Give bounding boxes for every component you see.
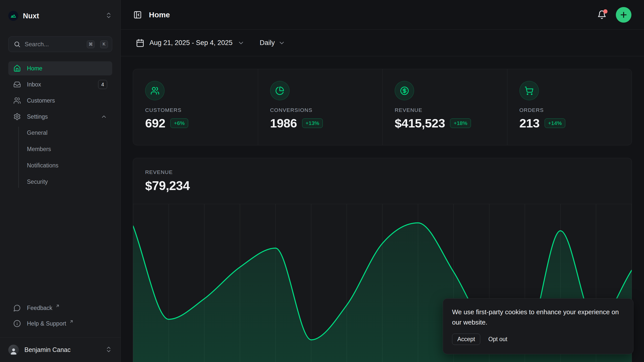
info-circle-icon <box>13 320 21 327</box>
stat-value: 213 <box>519 116 540 130</box>
revenue-label: REVENUE <box>145 169 620 175</box>
external-link-arrow-icon <box>55 304 60 308</box>
topbar: Home <box>121 0 644 30</box>
stat-label: CONVERSIONS <box>270 107 371 113</box>
filter-bar: Aug 21, 2025 - Sep 4, 2025 Daily <box>121 30 644 56</box>
shopping-cart-icon <box>519 81 539 100</box>
stat-label: CUSTOMERS <box>145 107 246 113</box>
user-name: Benjamin Canac <box>24 346 100 353</box>
search-input[interactable] <box>25 41 83 48</box>
granularity-value: Daily <box>260 39 275 47</box>
sidebar-secondary-nav: Feedback Help & Support <box>8 301 112 332</box>
search-bar[interactable]: ⌘ K <box>8 36 112 52</box>
accept-cookies-button[interactable]: Accept <box>452 334 480 345</box>
avatar <box>8 345 19 355</box>
cookie-message: We use first-party cookies to enhance yo… <box>452 307 624 328</box>
inbox-icon <box>13 81 21 88</box>
nuxt-logo-icon <box>8 11 18 21</box>
calendar-icon <box>136 39 144 47</box>
cookie-banner: We use first-party cookies to enhance yo… <box>443 298 633 354</box>
users-icon <box>13 97 21 104</box>
sidebar-item-customers[interactable]: Customers <box>8 94 112 108</box>
collapse-sidebar-icon[interactable] <box>133 11 142 19</box>
kbd-k: K <box>100 40 108 48</box>
notification-dot <box>603 9 608 14</box>
stat-conversions: CONVERSIONS 1986 +13% <box>258 69 383 145</box>
external-link-arrow-icon <box>69 319 74 324</box>
sidebar: Nuxt ⌘ K <box>0 0 121 362</box>
sidebar-item-help-support[interactable]: Help & Support <box>8 316 112 331</box>
stat-revenue: REVENUE $415,523 +18% <box>382 69 507 145</box>
sidebar-nav: Home Inbox 4 <box>8 61 112 191</box>
date-range-value: Aug 21, 2025 - Sep 4, 2025 <box>149 39 232 47</box>
date-range-picker[interactable]: Aug 21, 2025 - Sep 4, 2025 <box>136 39 245 47</box>
kbd-cmd: ⌘ <box>87 40 95 48</box>
inbox-count-badge: 4 <box>98 80 107 89</box>
revenue-header: REVENUE $79,234 <box>133 158 632 193</box>
revenue-total: $79,234 <box>145 178 620 193</box>
stat-label: ORDERS <box>519 107 620 113</box>
user-menu[interactable]: Benjamin Canac <box>0 337 120 362</box>
stat-delta-badge: +14% <box>545 118 565 128</box>
gear-icon <box>13 113 21 120</box>
chevron-down-icon <box>237 39 245 47</box>
message-circle-icon <box>13 304 21 312</box>
search-icon <box>14 41 21 48</box>
sidebar-item-members[interactable]: Members <box>8 142 112 156</box>
stat-delta-badge: +6% <box>170 118 188 128</box>
stat-label: REVENUE <box>395 107 495 113</box>
app-root: Nuxt ⌘ K <box>0 0 644 362</box>
stat-value: 1986 <box>270 116 297 130</box>
optout-cookies-button[interactable]: Opt out <box>488 334 508 345</box>
stat-value: $415,523 <box>395 116 445 130</box>
notifications-bell-icon[interactable] <box>597 10 607 19</box>
stat-value: 692 <box>145 116 165 130</box>
sidebar-item-home[interactable]: Home <box>8 61 112 75</box>
sidebar-item-label: Home <box>27 65 107 72</box>
page-title: Home <box>149 11 597 19</box>
chevron-down-icon <box>278 39 285 47</box>
users-icon <box>145 81 165 100</box>
sidebar-item-label: Settings <box>27 113 95 120</box>
chevron-up-icon <box>101 113 107 120</box>
stat-delta-badge: +13% <box>302 118 323 128</box>
stat-delta-badge: +18% <box>450 118 471 128</box>
dollar-circle-icon <box>395 81 414 100</box>
sidebar-item-notifications[interactable]: Notifications <box>8 158 112 172</box>
workspace-switcher[interactable]: Nuxt <box>8 10 112 22</box>
sidebar-item-label: Help & Support <box>27 320 66 327</box>
chevrons-up-down-icon <box>105 346 112 354</box>
settings-subnav: General Members Notifications Security <box>8 126 112 189</box>
sidebar-item-label: Customers <box>27 97 107 104</box>
sidebar-item-general[interactable]: General <box>8 126 112 140</box>
workspace-name: Nuxt <box>23 12 101 20</box>
stats-card: CUSTOMERS 692 +6% CONVERSIONS 1986 <box>133 69 632 145</box>
granularity-select[interactable]: Daily <box>260 39 285 47</box>
sidebar-item-security[interactable]: Security <box>8 175 112 189</box>
pie-chart-icon <box>270 81 290 100</box>
stat-customers: CUSTOMERS 692 +6% <box>133 69 258 145</box>
home-icon <box>13 65 21 72</box>
sidebar-item-settings[interactable]: Settings <box>8 110 112 124</box>
sidebar-item-label: Feedback <box>27 305 52 311</box>
sidebar-item-label: Inbox <box>27 81 92 88</box>
chevrons-up-down-icon <box>105 12 112 20</box>
sidebar-item-inbox[interactable]: Inbox 4 <box>8 77 112 92</box>
add-button[interactable] <box>616 7 631 23</box>
sidebar-item-feedback[interactable]: Feedback <box>8 301 112 315</box>
stat-orders: ORDERS 213 +14% <box>507 69 632 145</box>
